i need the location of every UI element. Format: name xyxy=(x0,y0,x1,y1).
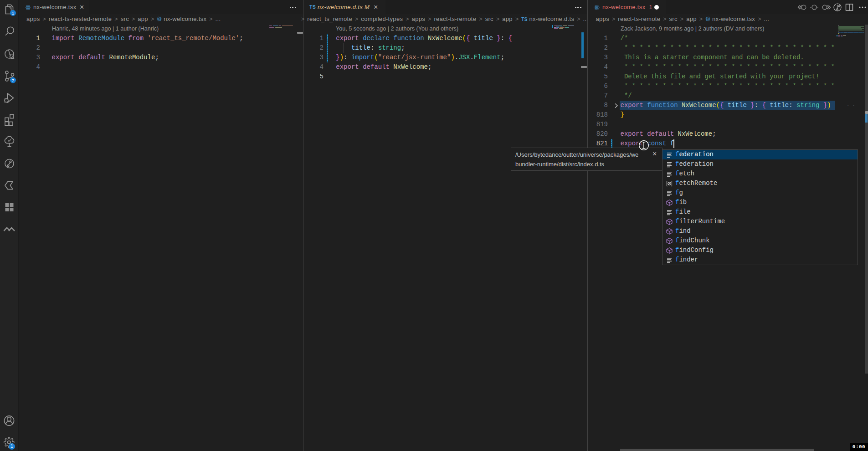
svg-text:1: 1 xyxy=(12,10,14,15)
svg-text:7: 7 xyxy=(12,78,14,83)
